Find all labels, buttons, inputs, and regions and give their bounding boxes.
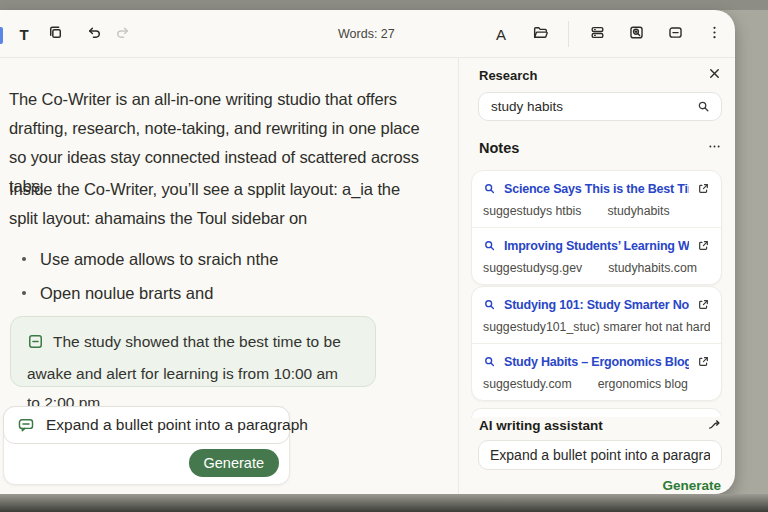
- folder-icon: [532, 24, 549, 44]
- app-window: T: [0, 10, 735, 494]
- editor-paragraph[interactable]: Inside the Co-Writer, you’ll see a sppli…: [9, 175, 433, 233]
- search-area-icon: [628, 24, 645, 44]
- note-snippet-icon: [27, 330, 44, 359]
- note-item[interactable]: Study Habits – Ergonomics Blog suggestud…: [472, 343, 721, 400]
- note-item[interactable]: Improving Students’ Learning With Eff su…: [472, 227, 721, 284]
- copy-button[interactable]: [44, 23, 66, 45]
- notes-menu-button[interactable]: [707, 139, 722, 157]
- callout-text: The study showed that the best time to b…: [27, 333, 341, 411]
- notes-card-group: Science Says This is the Best Time to su…: [471, 170, 722, 285]
- search-icon: [483, 298, 496, 311]
- stack-view-button[interactable]: [586, 23, 608, 45]
- font-button[interactable]: A: [490, 23, 512, 45]
- research-panel: Research Notes: [458, 58, 735, 494]
- bullet-dot: [22, 257, 26, 261]
- undo-redo-group: [83, 23, 133, 45]
- external-link-icon[interactable]: [697, 182, 710, 195]
- ellipsis-icon: [707, 139, 722, 157]
- toolbar-left-group: T: [13, 10, 133, 58]
- toolbar-right-group: A: [490, 10, 725, 58]
- assistant-expand-button[interactable]: [707, 417, 722, 435]
- search-area-button[interactable]: [625, 23, 647, 45]
- text-format-button[interactable]: T: [13, 23, 35, 45]
- editor-toolbar: T: [0, 10, 735, 58]
- ai-prompt-card: Expand a bullet point into a paragraph G…: [3, 406, 290, 485]
- assistant-title: AI writing assistant: [479, 418, 603, 433]
- close-icon: [707, 66, 722, 84]
- external-link-icon[interactable]: [697, 239, 710, 252]
- assistant-input-box[interactable]: [478, 440, 722, 470]
- note-item[interactable]: Studying 101: Study Smarter Not Hard sug…: [472, 287, 721, 343]
- search-icon[interactable]: [696, 99, 711, 114]
- search-icon: [483, 355, 496, 368]
- assistant-generate-link[interactable]: Generate: [662, 478, 721, 493]
- notes-header: Notes: [479, 139, 722, 157]
- bottom-letterbox: [0, 494, 768, 512]
- text-format-icon: T: [19, 27, 28, 42]
- note-item[interactable]: Science Says This is the Best Time to su…: [472, 171, 721, 227]
- card-view-button[interactable]: [664, 23, 686, 45]
- kebab-icon: [706, 24, 723, 44]
- note-sources: suggestudysg.gev studyhabits.com: [483, 261, 710, 275]
- word-count: Words: 27: [338, 27, 395, 41]
- bullet-dot: [22, 291, 26, 295]
- close-panel-button[interactable]: [707, 66, 722, 84]
- assistant-header: AI writing assistant: [479, 417, 722, 434]
- bullet-item[interactable]: Open noulue brarts and: [22, 276, 278, 310]
- notes-title: Notes: [479, 140, 519, 156]
- research-panel-header: Research: [479, 66, 722, 84]
- note-link[interactable]: Studying 101: Study Smarter Not Hard: [504, 298, 689, 312]
- selection-indicator: [0, 27, 3, 44]
- research-search[interactable]: [478, 92, 722, 121]
- font-icon: A: [496, 27, 506, 42]
- notes-card-group: Studying 101: Study Smarter Not Hard sug…: [471, 286, 722, 401]
- prompt-input[interactable]: Expand a bullet point into a paragraph: [3, 406, 290, 444]
- bullet-text: Use amode allows to sraich nthe: [40, 250, 278, 269]
- redo-icon: [114, 24, 131, 44]
- undo-button[interactable]: [83, 23, 105, 45]
- stack-icon: [589, 24, 606, 44]
- search-icon: [483, 239, 496, 252]
- note-link[interactable]: Improving Students’ Learning With Eff: [504, 239, 689, 253]
- note-link[interactable]: Science Says This is the Best Time to: [504, 182, 689, 196]
- assistant-input[interactable]: [490, 447, 710, 463]
- generate-button[interactable]: Generate: [189, 449, 279, 477]
- note-sources: suggestudy101_stuc) smarer hot nat hard: [483, 320, 710, 334]
- undo-icon: [86, 24, 103, 44]
- trend-arrow-icon: [707, 417, 722, 435]
- redo-button[interactable]: [111, 23, 133, 45]
- note-link[interactable]: Study Habits – Ergonomics Blog: [504, 355, 689, 369]
- research-callout[interactable]: The study showed that the best time to b…: [10, 316, 376, 387]
- search-input[interactable]: [491, 99, 696, 114]
- bullet-text: Open noulue brarts and: [40, 284, 213, 303]
- external-link-icon[interactable]: [697, 355, 710, 368]
- search-icon: [483, 182, 496, 195]
- chat-bubble-icon: [17, 416, 35, 434]
- external-link-icon[interactable]: [697, 298, 710, 311]
- toolbar-divider: [568, 21, 569, 47]
- copy-icon: [47, 24, 64, 44]
- prompt-text: Expand a bullet point into a paragraph: [46, 416, 308, 434]
- open-folder-button[interactable]: [529, 23, 551, 45]
- top-letterbox: [0, 0, 768, 10]
- panel-title: Research: [479, 68, 538, 83]
- more-menu-button[interactable]: [703, 23, 725, 45]
- note-sources: suggestudys htbis studyhabits: [483, 204, 710, 218]
- note-sources: suggestudy.com ergonomics blog sp: [483, 377, 710, 391]
- editor-bullet-list: Use amode allows to sraich nthe Open nou…: [22, 242, 278, 310]
- bullet-item[interactable]: Use amode allows to sraich nthe: [22, 242, 278, 276]
- card-icon: [667, 24, 684, 44]
- editor-pane[interactable]: The Co-Writer is an all-in-one writing s…: [0, 58, 458, 494]
